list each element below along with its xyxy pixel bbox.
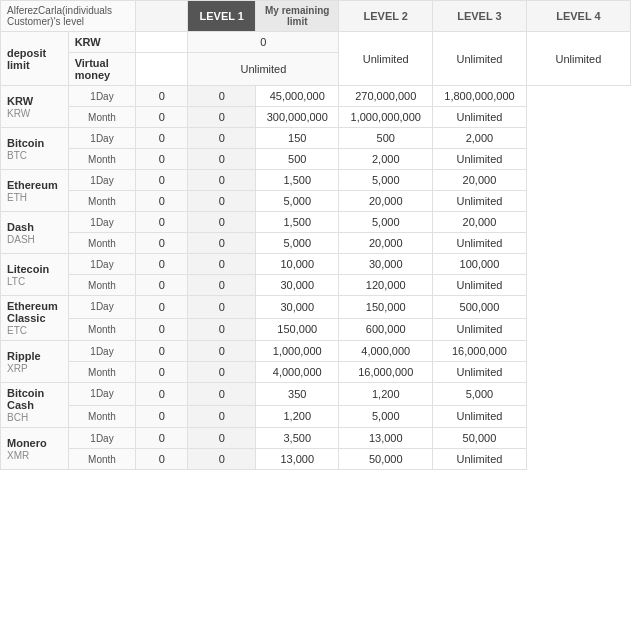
l2-month-etc: 150,000 (256, 318, 339, 341)
l2-month-xmr: 13,000 (256, 449, 339, 470)
currency-row-day: BitcoinBTC 1Day 0 0 150 500 2,000 (1, 128, 631, 149)
period-month: Month (68, 405, 136, 428)
l3-day-xmr: 13,000 (339, 428, 433, 449)
l1-month-ltc: 0 (136, 275, 188, 296)
currency-cell-dash: DashDASH (1, 212, 69, 254)
currency-row-month: Month 0 0 5,000 20,000 Unlimited (1, 233, 631, 254)
period-month: Month (68, 362, 136, 383)
l4-month-bch: Unlimited (433, 405, 527, 428)
currency-row-month: Month 0 0 13,000 50,000 Unlimited (1, 449, 631, 470)
l2-day-bch: 350 (256, 383, 339, 406)
period-1day: 1Day (68, 428, 136, 449)
l3-month-btc: 2,000 (339, 149, 433, 170)
currency-row-day: EthereumClassicETC 1Day 0 0 30,000 150,0… (1, 296, 631, 319)
l1-day-krw: 0 (136, 86, 188, 107)
l1-month-xrp: 0 (136, 362, 188, 383)
period-month: Month (68, 275, 136, 296)
l1-month-krw: 0 (136, 107, 188, 128)
period-1day: 1Day (68, 86, 136, 107)
period-month: Month (68, 107, 136, 128)
period-1day: 1Day (68, 212, 136, 233)
l4-month-eth: Unlimited (433, 191, 527, 212)
period-month: Month (68, 233, 136, 254)
l4-day-eth: 20,000 (433, 170, 527, 191)
remaining-day-etc: 0 (188, 296, 256, 319)
currency-row-day: DashDASH 1Day 0 0 1,500 5,000 20,000 (1, 212, 631, 233)
level3-header: LEVEL 3 (433, 1, 527, 32)
currency-cell-btc: BitcoinBTC (1, 128, 69, 170)
remaining-day-btc: 0 (188, 128, 256, 149)
currency-cell-ltc: LitecoinLTC (1, 254, 69, 296)
l2-day-etc: 30,000 (256, 296, 339, 319)
period-month: Month (68, 318, 136, 341)
currency-name: EthereumClassic (7, 300, 58, 324)
l1-month-dash: 0 (136, 233, 188, 254)
virtual-money-value: Unlimited (188, 53, 339, 86)
currency-row-month: Month 0 0 300,000,000 1,000,000,000 Unli… (1, 107, 631, 128)
l3-day-krw: 270,000,000 (339, 86, 433, 107)
account-header: AlferezCarla(individuals Customer)'s lev… (1, 1, 136, 32)
currency-name: Ripple (7, 350, 41, 362)
currency-code: ETC (7, 325, 27, 336)
currency-cell-xmr: MoneroXMR (1, 428, 69, 470)
currency-name: BitcoinCash (7, 387, 44, 411)
l1-day-etc: 0 (136, 296, 188, 319)
l2-month-krw: 300,000,000 (256, 107, 339, 128)
remaining-day-bch: 0 (188, 383, 256, 406)
currency-cell-etc: EthereumClassicETC (1, 296, 69, 341)
currency-code: LTC (7, 276, 25, 287)
krw-label: KRW (68, 32, 136, 53)
l4-day-bch: 5,000 (433, 383, 527, 406)
deposit-label: deposit limit (1, 32, 69, 86)
l2-month-xrp: 4,000,000 (256, 362, 339, 383)
l2-day-xrp: 1,000,000 (256, 341, 339, 362)
currency-row-day: BitcoinCashBCH 1Day 0 0 350 1,200 5,000 (1, 383, 631, 406)
l1-month-etc: 0 (136, 318, 188, 341)
period-month: Month (68, 449, 136, 470)
currency-row-month: Month 0 0 500 2,000 Unlimited (1, 149, 631, 170)
remaining-month-btc: 0 (188, 149, 256, 170)
remaining-header: My remaining limit (256, 1, 339, 32)
krw-value: 0 (188, 32, 339, 53)
l3-month-xrp: 16,000,000 (339, 362, 433, 383)
l1-month-bch: 0 (136, 405, 188, 428)
l2-day-btc: 150 (256, 128, 339, 149)
period-1day: 1Day (68, 296, 136, 319)
limits-table-container: AlferezCarla(individuals Customer)'s lev… (0, 0, 631, 470)
l4-month-etc: Unlimited (433, 318, 527, 341)
remaining-month-xmr: 0 (188, 449, 256, 470)
l3-month-xmr: 50,000 (339, 449, 433, 470)
l4-day-btc: 2,000 (433, 128, 527, 149)
l2-month-bch: 1,200 (256, 405, 339, 428)
period-1day: 1Day (68, 254, 136, 275)
currency-cell-bch: BitcoinCashBCH (1, 383, 69, 428)
currency-row-day: RippleXRP 1Day 0 0 1,000,000 4,000,000 1… (1, 341, 631, 362)
period-1day: 1Day (68, 128, 136, 149)
l1-day-xrp: 0 (136, 341, 188, 362)
l3-day-eth: 5,000 (339, 170, 433, 191)
period-1day: 1Day (68, 341, 136, 362)
l3-month-krw: 1,000,000,000 (339, 107, 433, 128)
remaining-month-bch: 0 (188, 405, 256, 428)
l2-month-btc: 500 (256, 149, 339, 170)
remaining-day-krw: 0 (188, 86, 256, 107)
level1-header: LEVEL 1 (188, 1, 256, 32)
l3-day-xrp: 4,000,000 (339, 341, 433, 362)
remaining-day-dash: 0 (188, 212, 256, 233)
currency-row-month: Month 0 0 5,000 20,000 Unlimited (1, 191, 631, 212)
l3-day-bch: 1,200 (339, 383, 433, 406)
l1-day-dash: 0 (136, 212, 188, 233)
limits-table: AlferezCarla(individuals Customer)'s lev… (0, 0, 631, 470)
l3-month-ltc: 120,000 (339, 275, 433, 296)
remaining-month-eth: 0 (188, 191, 256, 212)
l2-day-ltc: 10,000 (256, 254, 339, 275)
l3-day-etc: 150,000 (339, 296, 433, 319)
l4-month-ltc: Unlimited (433, 275, 527, 296)
l3-month-etc: 600,000 (339, 318, 433, 341)
l4-day-ltc: 100,000 (433, 254, 527, 275)
l2-month-ltc: 30,000 (256, 275, 339, 296)
remaining-day-xrp: 0 (188, 341, 256, 362)
l2-day-xmr: 3,500 (256, 428, 339, 449)
remaining-month-etc: 0 (188, 318, 256, 341)
currency-row-day: EthereumETH 1Day 0 0 1,500 5,000 20,000 (1, 170, 631, 191)
